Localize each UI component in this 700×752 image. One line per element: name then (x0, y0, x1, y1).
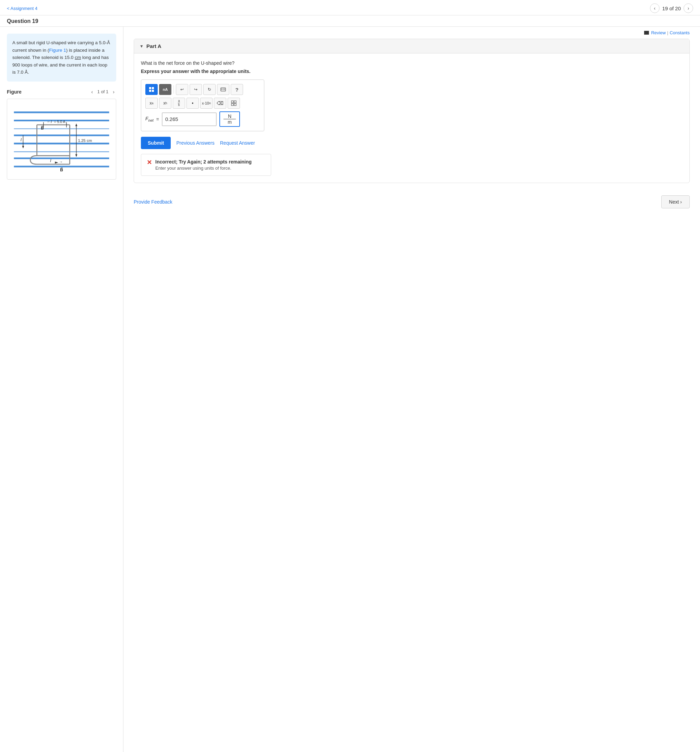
figure-title: Figure (7, 89, 22, 95)
collapse-arrow[interactable]: ▼ (140, 44, 144, 49)
page-count: 19 of 20 (662, 5, 681, 11)
fnet-label: Fnet (145, 116, 154, 122)
next-question-btn[interactable]: › (684, 3, 693, 13)
instruction-text: Express your answer with the appropriate… (141, 68, 683, 74)
figure-next-btn[interactable]: › (111, 89, 116, 95)
svg-rect-36 (152, 87, 154, 89)
keyboard-btn[interactable] (217, 84, 229, 95)
error-content: Incorrect; Try Again; 2 attempts remaini… (155, 159, 252, 171)
figure-svg: ← I = 5.0 A B̅ I (11, 103, 112, 175)
svg-marker-25 (22, 146, 24, 148)
answer-input[interactable] (162, 112, 217, 126)
toolbar-row-1: nA ↩ ↪ ↻ (145, 84, 260, 95)
toolbar-sep-1 (173, 85, 174, 93)
svg-marker-31 (55, 162, 58, 163)
svg-text:B̅: B̅ (60, 168, 63, 172)
header: Assignment 4 ‹ 19 of 20 › (0, 0, 700, 16)
help-btn[interactable]: ? (231, 84, 243, 95)
part-a-body: What is the net force on the U-shaped wi… (134, 53, 689, 183)
svg-rect-49 (234, 104, 236, 106)
toolbar-row-2: xa xh a b • x·10n ⌫ (145, 98, 260, 109)
actions-row: Submit Previous Answers Request Answer (141, 137, 683, 149)
right-panel: Review | Constants ▼ Part A What is the … (123, 27, 700, 752)
review-constants-row: Review | Constants (134, 27, 690, 39)
grid2-icon-btn[interactable] (228, 98, 240, 109)
delete-btn[interactable]: ⌫ (214, 98, 226, 109)
feedback-link[interactable]: Provide Feedback (134, 199, 173, 205)
svg-rect-37 (149, 90, 151, 92)
question-title: Question 19 (0, 16, 700, 27)
bottom-bar: Provide Feedback Next › (134, 190, 690, 214)
scientific-btn[interactable]: x·10n (200, 98, 213, 109)
error-box: ✕ Incorrect; Try Again; 2 attempts remai… (141, 154, 271, 176)
part-a-section: ▼ Part A What is the net force on the U-… (134, 39, 690, 183)
svg-text:←: ← (47, 120, 50, 124)
figure-link[interactable]: Figure 1 (49, 48, 66, 53)
review-link[interactable]: Review (651, 30, 666, 35)
redo-btn[interactable]: ↪ (190, 84, 202, 95)
next-btn-label: Next (669, 199, 679, 205)
unit-box: N m (219, 111, 240, 127)
svg-rect-38 (152, 90, 154, 92)
dot-btn[interactable]: • (187, 98, 199, 109)
figure-canvas: ← I = 5.0 A B̅ I (7, 99, 116, 180)
error-icon: ✕ (147, 159, 152, 166)
svg-rect-48 (232, 104, 233, 106)
error-title: Incorrect; Try Again; 2 attempts remaini… (155, 159, 252, 165)
submit-btn[interactable]: Submit (141, 137, 171, 149)
superscript-btn[interactable]: xa (145, 98, 158, 109)
main-layout: A small but rigid U-shaped wire carrying… (0, 27, 700, 752)
fraction-btn[interactable]: a b (173, 98, 185, 109)
unit-denominator: m (224, 119, 236, 125)
prev-answers-link[interactable]: Previous Answers (176, 140, 214, 146)
svg-marker-27 (75, 123, 78, 126)
request-answer-link[interactable]: Request Answer (220, 140, 255, 146)
next-chevron-icon: › (680, 199, 682, 205)
svg-rect-35 (149, 87, 151, 89)
svg-text:I: I (50, 158, 51, 163)
part-a-label: Part A (146, 43, 162, 49)
input-row: Fnet = N m (145, 111, 260, 127)
equals-sign: = (156, 117, 159, 122)
question-text: What is the net force on the U-shaped wi… (141, 60, 683, 66)
fnet-subscript: net (148, 118, 154, 122)
divider: | (667, 30, 668, 35)
refresh-btn[interactable]: ↻ (203, 84, 216, 95)
svg-text:1.25 cm: 1.25 cm (78, 138, 92, 143)
next-btn[interactable]: Next › (661, 195, 690, 208)
text-icon-btn[interactable]: nA (159, 84, 171, 95)
part-a-header: ▼ Part A (134, 39, 689, 53)
problem-box: A small but rigid U-shaped wire carrying… (7, 34, 116, 82)
figure-nav: ‹ 1 of 1 › (89, 89, 116, 95)
error-subtitle: Enter your answer using units of force. (155, 166, 252, 171)
grid-icon-btn[interactable] (145, 84, 158, 95)
svg-rect-46 (232, 101, 233, 103)
problem-text: A small but rigid U-shaped wire carrying… (12, 40, 110, 75)
constants-link[interactable]: Constants (669, 30, 690, 35)
left-panel: A small but rigid U-shaped wire carrying… (0, 27, 123, 752)
svg-text:I: I (20, 137, 22, 142)
prev-question-btn[interactable]: ‹ (650, 3, 660, 13)
svg-text:= 5.0 A: = 5.0 A (54, 120, 65, 124)
svg-marker-28 (75, 154, 78, 157)
math-editor: nA ↩ ↪ ↻ (141, 79, 264, 131)
svg-rect-47 (234, 101, 236, 103)
svg-text:→: → (59, 160, 63, 164)
figure-prev-btn[interactable]: ‹ (89, 89, 95, 95)
undo-btn[interactable]: ↩ (176, 84, 188, 95)
figure-page: 1 of 1 (97, 89, 109, 94)
back-link[interactable]: Assignment 4 (7, 6, 37, 11)
nav-controls: ‹ 19 of 20 › (650, 3, 693, 13)
review-icon (644, 31, 649, 35)
figure-section: Figure ‹ 1 of 1 › (7, 89, 116, 180)
subscript-btn[interactable]: xh (159, 98, 171, 109)
unit-numerator: N (224, 113, 236, 119)
figure-header: Figure ‹ 1 of 1 › (7, 89, 116, 95)
svg-text:B̅: B̅ (41, 126, 44, 131)
